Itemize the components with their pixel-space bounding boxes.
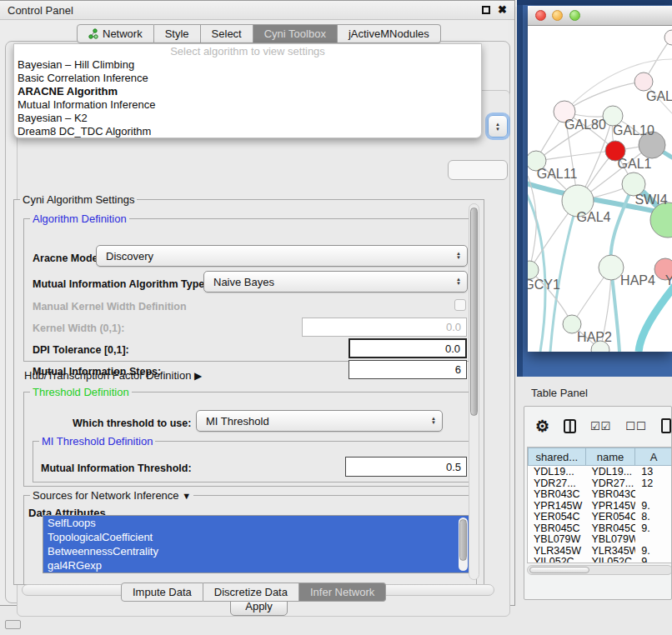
attribute-selfloops[interactable]: SelfLoops [43, 516, 469, 530]
table-cell: YPR145W [528, 500, 585, 512]
table-row[interactable]: YBR043CYBR043C [528, 488, 672, 500]
data-attributes-list[interactable]: SelfLoopsTopologicalCoefficientBetweenne… [43, 515, 470, 573]
node-top-right[interactable] [664, 30, 672, 45]
minimize-traffic-light[interactable] [552, 10, 563, 21]
new-table-icon[interactable] [661, 418, 671, 433]
threshold-definition-group: Threshold Definition Which threshold to … [23, 392, 477, 487]
node-label-gal10: GAL10 [613, 123, 654, 138]
aracne-mode-label: Aracne Mode: [33, 252, 102, 264]
table-row[interactable]: YLR345WYLR345W9. [528, 545, 672, 557]
settings-gear-icon[interactable]: ⚙ [535, 417, 549, 436]
table-cell: YBR043C [585, 488, 635, 500]
kernel-width-field: 0.0 [302, 318, 467, 337]
node-gcy1[interactable] [528, 261, 539, 279]
algorithm-option-mutual-information-inference[interactable]: Mutual Information Inference [14, 98, 481, 112]
tab-network[interactable]: Network [77, 24, 154, 43]
node-green-right[interactable] [650, 202, 672, 238]
tab-select[interactable]: Select [201, 24, 253, 43]
algorithm-option-aracne-algorithm[interactable]: ARACNE Algorithm [14, 85, 481, 98]
column-header-name[interactable]: name [586, 448, 636, 466]
control-panel-tabs: NetworkStyleSelectCyni ToolboxjActiveMNo… [77, 24, 441, 43]
close-traffic-light[interactable] [535, 10, 546, 21]
tab-label: jActiveMNodules [349, 28, 429, 40]
mi-algorithm-type-combobox[interactable]: Naive Bayes ▲▼ [203, 271, 468, 292]
which-threshold-combobox[interactable]: MI Threshold ▲▼ [196, 410, 443, 432]
settings-group-title: Cyni Algorithm Settings [20, 193, 137, 206]
close-icon[interactable]: ✖ [498, 3, 507, 16]
attributes-scrollbar[interactable] [459, 518, 468, 571]
network-view-window[interactable]: GALGAL80GAL10GAL1GAL11SWI4GAL4GCY1HAP4YH… [528, 6, 672, 352]
table-row[interactable]: YBR045CYBR045C9. [528, 522, 672, 534]
threshold-definition-title: Threshold Definition [30, 386, 132, 398]
tab-jactivemnodules[interactable]: jActiveMNodules [338, 24, 441, 43]
table-row[interactable]: YBL079WYBL079W [528, 533, 672, 545]
sources-title[interactable]: Sources for Network Inference ▼ [30, 489, 193, 502]
algorithm-option-basic-correlation-inference[interactable]: Basic Correlation Inference [14, 72, 481, 85]
column-header-a[interactable]: A [635, 448, 672, 466]
hub-definition-toggle[interactable]: Hub/Transcription Factor Definition ▶ [24, 369, 202, 382]
attributes-scrollbar-thumb[interactable] [459, 519, 467, 561]
tab-infer-network[interactable]: Infer Network [299, 582, 386, 602]
expand-right-icon: ▶ [194, 370, 202, 382]
which-threshold-value: MI Threshold [206, 415, 269, 428]
table-cell: YIL052C [585, 556, 635, 563]
algorithm-dropdown-popup: Select algorithm to view settings Bayesi… [13, 43, 482, 138]
tab-impute-data[interactable]: Impute Data [121, 582, 203, 602]
float-window-icon[interactable] [482, 6, 490, 14]
control-panel-titlebar[interactable]: Control Panel ✖ [0, 1, 514, 20]
tab-discretize-data[interactable]: Discretize Data [203, 582, 299, 602]
attribute-gal4rgexp[interactable]: gal4RGexp [43, 558, 469, 572]
table-cell: YER054C [585, 511, 635, 522]
hidden-combo-fragment [448, 160, 508, 180]
table-cell: YLR345W [585, 545, 635, 557]
cyni-algorithm-settings-group: Cyni Algorithm Settings Algorithm Defini… [13, 199, 484, 585]
node-label-gal: GAL [646, 89, 672, 103]
table-cell: YLR345W [528, 545, 585, 557]
table-panel: ⚙ ☑☑ ☐☐ shared...nameA YDL19...YDL19...1… [524, 406, 672, 600]
docked-panel-icon[interactable] [5, 620, 21, 629]
tab-label: Infer Network [310, 586, 374, 598]
node-table[interactable]: shared...nameA YDL19...YDL19...13YDR27..… [527, 447, 672, 563]
table-row[interactable]: YPR145WYPR145W9. [528, 500, 672, 512]
algorithm-option-bayesian-hill-climbing[interactable]: Bayesian – Hill Climbing [14, 58, 481, 72]
table-cell: YDL19... [528, 466, 585, 478]
mi-threshold-definition-group: MI Threshold Definition Mutual Informati… [33, 441, 469, 482]
deselect-checkboxes-icon[interactable]: ☐☐ [625, 420, 646, 432]
table-row[interactable]: YER054CYER054C8. [528, 511, 672, 522]
node-label-hap2: HAP2 [577, 330, 612, 344]
tab-label: Cyni Toolbox [264, 28, 326, 40]
table-row[interactable]: YDR27...YDR27...12 [528, 478, 672, 489]
table-horizontal-scrollbar[interactable] [527, 565, 672, 575]
settings-scrollbar-thumb[interactable] [470, 208, 478, 416]
tab-cyni-toolbox[interactable]: Cyni Toolbox [253, 24, 338, 43]
table-row[interactable]: YDL19...YDL19...13 [528, 466, 672, 478]
mi-type-label: Mutual Information Algorithm Type: [33, 278, 208, 290]
dpi-tolerance-field[interactable]: 0.0 [349, 338, 467, 358]
combo-stepper-icon: ▲▼ [456, 278, 461, 286]
mi-threshold-field[interactable]: 0.5 [345, 457, 467, 477]
combo-stepper-icon: ▲▼ [431, 417, 436, 425]
zoom-traffic-light[interactable] [569, 10, 580, 21]
combo-stepper-icon: ▲▼ [456, 252, 461, 260]
attribute-topologicalcoefficient[interactable]: TopologicalCoefficient [43, 530, 469, 544]
network-window-titlebar[interactable] [528, 6, 672, 26]
table-scrollbar-thumb[interactable] [529, 567, 589, 573]
tab-label: Select [212, 28, 242, 40]
column-header-shared-[interactable]: shared... [528, 448, 586, 466]
table-cell: YER054C [528, 511, 585, 522]
table-row[interactable]: YIL052CYIL052C9 [528, 556, 672, 563]
mi-steps-field[interactable]: 6 [349, 360, 467, 379]
algorithm-option-bayesian-k2[interactable]: Bayesian – K2 [14, 112, 481, 125]
tab-style[interactable]: Style [154, 24, 201, 43]
hidden-combo-stepper[interactable]: ▲▼ [488, 115, 508, 138]
split-columns-icon[interactable] [564, 419, 576, 433]
aracne-mode-combobox[interactable]: Discovery ▲▼ [96, 245, 468, 267]
node-gal-partial[interactable] [634, 72, 653, 91]
network-graph[interactable]: GALGAL80GAL10GAL1GAL11SWI4GAL4GCY1HAP4YH… [528, 26, 672, 352]
table-cell: YDR27... [585, 478, 635, 489]
control-panel-window: Control Panel ✖ NetworkStyleSelectCyni T… [0, 0, 515, 606]
algorithm-option-dream8-dc-tdc-algorithm[interactable]: Dream8 DC_TDC Algorithm [14, 125, 481, 138]
attribute-betweennesscentrality[interactable]: BetweennessCentrality [43, 544, 469, 558]
select-all-checkboxes-icon[interactable]: ☑☑ [590, 420, 611, 432]
settings-vertical-scrollbar[interactable] [469, 203, 479, 580]
